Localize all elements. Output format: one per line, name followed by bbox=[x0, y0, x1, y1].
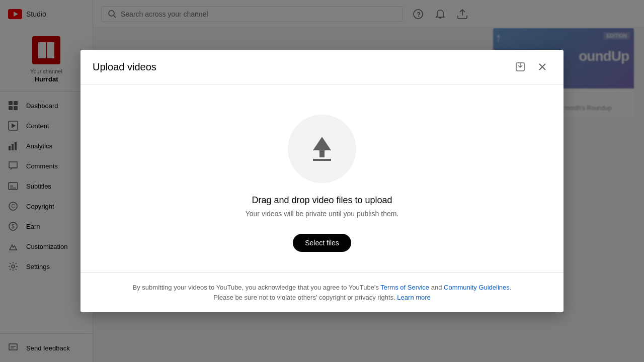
close-icon bbox=[537, 62, 547, 72]
footer-line1: By submitting your videos to YouTube, yo… bbox=[93, 283, 551, 293]
save-progress-icon bbox=[515, 62, 525, 72]
upload-arrow-icon bbox=[306, 133, 338, 165]
footer-pre-text: By submitting your videos to YouTube, yo… bbox=[133, 284, 381, 291]
svg-marker-32 bbox=[313, 137, 331, 150]
community-guidelines-link[interactable]: Community Guidelines bbox=[444, 284, 510, 291]
footer-copyright-text: Please be sure not to violate others' co… bbox=[213, 294, 397, 301]
close-modal-button[interactable] bbox=[533, 58, 551, 76]
upload-area[interactable]: Drag and drop video files to upload Your… bbox=[80, 84, 564, 272]
terms-of-service-link[interactable]: Terms of Service bbox=[380, 284, 429, 291]
upload-circle bbox=[288, 115, 356, 183]
modal-header: Upload videos bbox=[80, 50, 564, 84]
svg-rect-34 bbox=[313, 159, 331, 161]
modal-title: Upload videos bbox=[93, 61, 156, 73]
footer-mid-text: and bbox=[429, 284, 444, 291]
modal-overlay[interactable]: Upload videos bbox=[0, 0, 644, 362]
svg-rect-33 bbox=[319, 150, 325, 157]
upload-modal: Upload videos bbox=[80, 50, 564, 312]
upload-title: Drag and drop video files to upload bbox=[252, 195, 392, 206]
upload-subtitle: Your videos will be private until you pu… bbox=[246, 210, 399, 218]
learn-more-link[interactable]: Learn more bbox=[397, 294, 430, 301]
save-progress-button[interactable] bbox=[511, 58, 529, 76]
modal-header-actions bbox=[511, 58, 551, 76]
footer-line2: Please be sure not to violate others' co… bbox=[93, 293, 551, 303]
footer-post-text: . bbox=[510, 284, 512, 291]
select-files-button[interactable]: Select files bbox=[293, 234, 351, 252]
modal-footer: By submitting your videos to YouTube, yo… bbox=[80, 272, 564, 312]
